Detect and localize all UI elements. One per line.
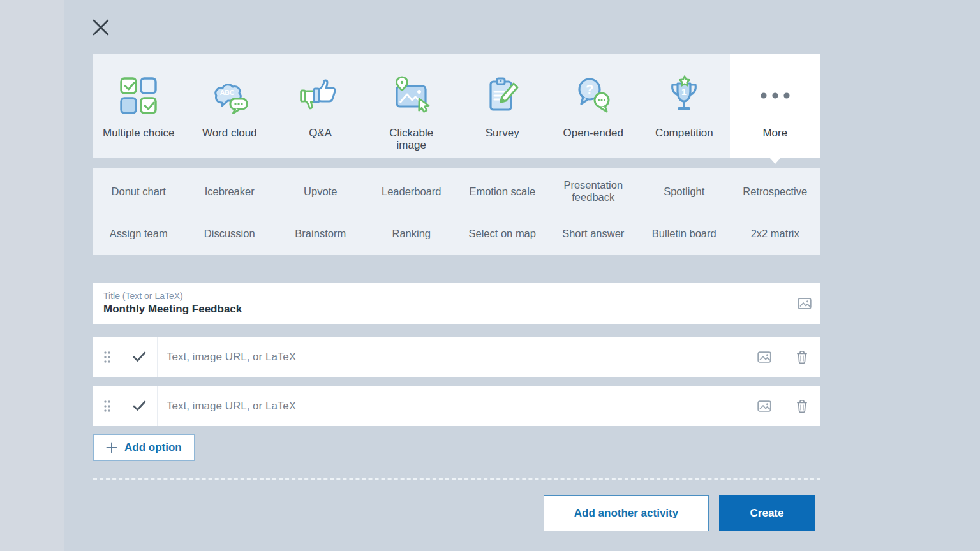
more-item-presentation-feedback[interactable]: Presentation feedback: [554, 179, 632, 203]
activity-type-tabs: Multiple choice ABC Word cloud: [93, 54, 820, 158]
tab-label: Word cloud: [202, 127, 257, 139]
image-icon: [757, 400, 771, 412]
more-item-icebreaker[interactable]: Icebreaker: [205, 186, 255, 198]
more-item-spotlight[interactable]: Spotlight: [664, 186, 704, 198]
more-item-brainstorm[interactable]: Brainstorm: [295, 228, 346, 240]
tab-label: Q&A: [309, 127, 332, 139]
tab-competition[interactable]: 1 Competition: [639, 54, 730, 158]
option-input[interactable]: [167, 400, 755, 413]
correct-answer-toggle[interactable]: [121, 386, 157, 426]
option-image-button[interactable]: [755, 349, 774, 365]
tab-multiple-choice[interactable]: Multiple choice: [93, 54, 184, 158]
add-option-label: Add option: [124, 441, 182, 454]
title-field-label: Title (Text or LaTeX): [103, 291, 789, 301]
word-cloud-icon: ABC: [208, 66, 251, 126]
tab-label: Survey: [486, 127, 519, 139]
option-input[interactable]: [167, 351, 755, 364]
option-field: [158, 337, 783, 377]
title-field: Title (Text or LaTeX): [93, 283, 820, 324]
tab-survey[interactable]: Survey: [457, 54, 548, 158]
image-icon: [798, 298, 812, 309]
check-icon: [133, 400, 146, 411]
more-activities-panel: Donut chart Icebreaker Upvote Leaderboar…: [93, 168, 820, 255]
more-item-bulletin-board[interactable]: Bulletin board: [652, 228, 716, 240]
drag-handle-icon[interactable]: [93, 386, 121, 426]
more-item-upvote[interactable]: Upvote: [304, 186, 337, 198]
tab-label: Multiple choice: [103, 127, 174, 139]
trash-icon: [796, 350, 808, 364]
tab-label: Clickable image: [385, 127, 438, 151]
multiple-choice-icon: [118, 66, 159, 126]
check-icon: [133, 351, 146, 362]
title-input[interactable]: [103, 303, 741, 316]
option-row: [93, 386, 820, 426]
more-item-2x2-matrix[interactable]: 2x2 matrix: [751, 228, 799, 240]
create-activity-modal: Multiple choice ABC Word cloud: [0, 0, 980, 551]
competition-icon: 1: [664, 66, 704, 126]
more-item-retrospective[interactable]: Retrospective: [743, 186, 807, 198]
close-icon: [91, 18, 110, 37]
tab-qa[interactable]: Q&A: [275, 54, 366, 158]
close-button[interactable]: [90, 17, 112, 38]
page-edge-strip: [0, 0, 64, 551]
tab-word-cloud[interactable]: ABC Word cloud: [184, 54, 276, 158]
competition-rank-text: 1: [681, 87, 687, 97]
tab-label: Competition: [655, 127, 713, 139]
more-item-leaderboard[interactable]: Leaderboard: [382, 186, 442, 198]
survey-icon: [482, 66, 523, 126]
delete-option-button[interactable]: [783, 337, 820, 377]
section-divider: [93, 478, 820, 480]
tab-label: Open-ended: [563, 127, 623, 139]
add-another-activity-button[interactable]: Add another activity: [544, 495, 709, 531]
plus-icon: [106, 442, 117, 453]
more-dots-icon: [755, 66, 796, 126]
option-field: [158, 386, 783, 426]
drag-handle-icon[interactable]: [93, 337, 121, 377]
more-item-assign-team[interactable]: Assign team: [110, 228, 168, 240]
more-item-short-answer[interactable]: Short answer: [562, 228, 624, 240]
open-ended-icon: ?: [573, 66, 614, 126]
open-ended-question-text: ?: [586, 82, 593, 96]
more-item-ranking[interactable]: Ranking: [392, 228, 431, 240]
tab-open-ended[interactable]: ? Open-ended: [548, 54, 639, 158]
more-item-discussion[interactable]: Discussion: [204, 228, 255, 240]
more-item-donut-chart[interactable]: Donut chart: [112, 186, 166, 198]
more-item-select-on-map[interactable]: Select on map: [469, 228, 536, 240]
add-option-button[interactable]: Add option: [93, 434, 195, 461]
tab-clickable-image[interactable]: Clickable image: [366, 54, 457, 158]
trash-icon: [796, 399, 808, 413]
create-button[interactable]: Create: [719, 495, 815, 531]
title-image-button[interactable]: [789, 283, 820, 324]
qa-thumbs-icon: [300, 66, 341, 126]
clickable-image-icon: [390, 66, 433, 126]
option-row: [93, 337, 820, 377]
more-item-emotion-scale[interactable]: Emotion scale: [469, 186, 535, 198]
option-image-button[interactable]: [755, 398, 774, 415]
correct-answer-toggle[interactable]: [121, 337, 157, 377]
tab-label: More: [762, 127, 787, 139]
word-cloud-abc-text: ABC: [219, 89, 234, 96]
image-icon: [757, 351, 771, 363]
tab-more[interactable]: More: [730, 54, 821, 158]
delete-option-button[interactable]: [783, 386, 820, 426]
